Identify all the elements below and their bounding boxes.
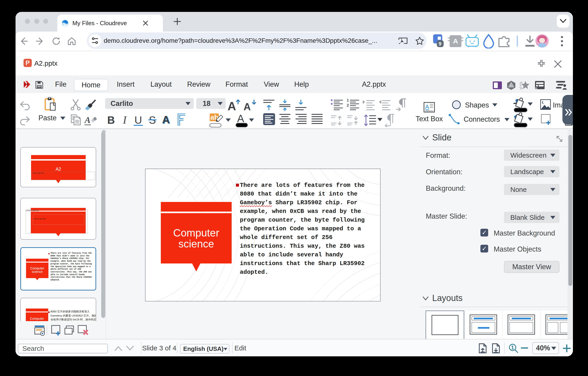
svg-text:A: A <box>243 101 251 111</box>
svg-text:A: A <box>425 103 429 110</box>
svg-text:2: 2 <box>347 103 349 107</box>
svg-text:1: 1 <box>347 99 349 102</box>
svg-text:A: A <box>84 115 91 125</box>
svg-text:9: 9 <box>439 41 441 47</box>
svg-text:A: A <box>237 113 244 124</box>
svg-text:A: A <box>228 100 236 111</box>
svg-text:1: 1 <box>511 344 514 351</box>
